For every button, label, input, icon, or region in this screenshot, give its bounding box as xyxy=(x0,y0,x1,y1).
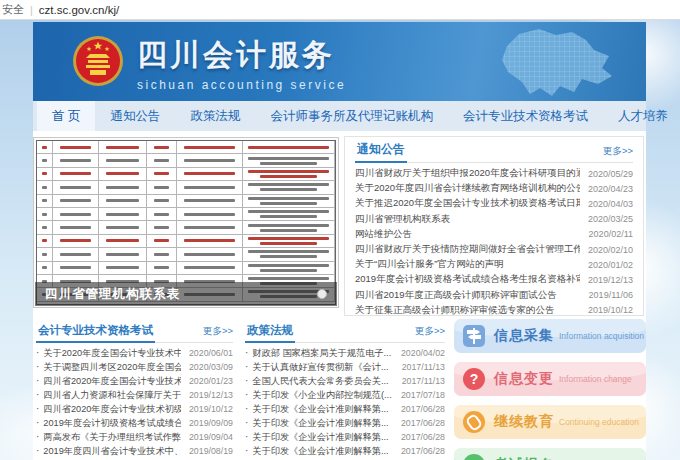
list-item[interactable]: ·四川省人力资源和社会保障厅关于公布...2019/12/13 xyxy=(36,388,233,402)
list-item[interactable]: 四川省财政厅关于疫情防控期间做好全省会计管理工作的公告2020/02/10 xyxy=(355,242,633,257)
notice-panel-title[interactable]: 通知公告 xyxy=(355,137,407,163)
list-item-title[interactable]: 关于征集正高级会计师职称评审候选专家的公告 xyxy=(355,304,580,317)
list-item[interactable]: ·关于印发《企业会计准则解释第...2017/06/28 xyxy=(245,444,445,458)
list-item[interactable]: ·关于调整四川考区2020年度全国会计...2020/03/09 xyxy=(36,360,233,374)
notice-more-link[interactable]: 更多>> xyxy=(603,145,633,162)
service-exam-registration[interactable]: 考试报名Examination registration xyxy=(454,448,646,460)
list-item-title[interactable]: 关于调整四川考区2020年度全国会计... xyxy=(43,361,181,374)
list-item-title[interactable]: 关于印发《小企业内部控制规范(... xyxy=(252,389,393,402)
table-cell-decoration xyxy=(243,248,335,261)
table-cell-decoration xyxy=(99,208,147,221)
bullet-icon: · xyxy=(36,376,39,386)
list-item[interactable]: 关于“四川会计服务”官方网站的声明2020/01/02 xyxy=(355,257,633,272)
list-item[interactable]: ·财政部 国家档案局关于规范电子...2020/04/02 xyxy=(245,346,445,360)
list-item-title[interactable]: 四川省2020年度全国会计专业技术中... xyxy=(43,375,181,388)
list-item[interactable]: ·2019年度四川省会计专业技术中、高...2019/08/19 xyxy=(36,444,233,458)
list-item-title[interactable]: 四川省管理机构联系表 xyxy=(355,213,580,226)
service-information-change[interactable]: ?信息变更Information change xyxy=(454,362,646,396)
list-item[interactable]: ·全国人民代表大会常务委员会关...2017/11/13 xyxy=(245,374,445,388)
site-subtitle: sichuan accounting service xyxy=(137,78,346,92)
table-cell-decoration xyxy=(243,195,335,208)
list-item[interactable]: ·关于印发《企业会计准则解释第...2017/06/28 xyxy=(245,416,445,430)
list-item-date: 2020/05/29 xyxy=(588,169,633,179)
list-item-title[interactable]: 2019年度会计初级资格考试成绩合格... xyxy=(43,417,181,430)
list-item[interactable]: 关于2020年度四川省会计继续教育网络培训机构的公告2020/04/23 xyxy=(355,181,633,196)
bullet-icon: · xyxy=(245,418,248,428)
list-item-date: 2020/01/02 xyxy=(588,260,633,270)
list-item-title[interactable]: 2019年度会计初级资格考试成绩合格考生报名资格补审核公告 xyxy=(355,273,580,286)
exam-more-link[interactable]: 更多>> xyxy=(203,325,233,342)
nav-item-5[interactable]: 人才培养 xyxy=(603,101,680,131)
carousel[interactable]: 四川省管理机构联系表 xyxy=(33,137,339,308)
list-item[interactable]: 关于推迟2020年度全国会计专业技术初级资格考试日期有关事...2020/04/… xyxy=(355,196,633,211)
mouse-icon xyxy=(463,411,485,433)
list-item[interactable]: ·关于印发《企业会计准则解释第...2017/06/28 xyxy=(245,402,445,416)
list-item-title[interactable]: 全国人民代表大会常务委员会关... xyxy=(252,375,393,388)
list-item[interactable]: ·关于印发《小企业内部控制规范(...2017/07/18 xyxy=(245,388,445,402)
address-url[interactable]: czt.sc.gov.cn/kj/ xyxy=(39,4,119,16)
list-item-title[interactable]: 四川省2020年度会计专业技术初级资... xyxy=(43,403,181,416)
exam-panel-title[interactable]: 会计专业技术资格考试 xyxy=(36,319,155,343)
table-cell-decoration xyxy=(147,208,177,221)
bullet-icon: · xyxy=(36,432,39,442)
list-item-title[interactable]: 财政部 国家档案局关于规范电子... xyxy=(252,347,393,360)
list-item[interactable]: ·2019年度会计初级资格考试成绩合格...2019/09/09 xyxy=(36,416,233,430)
list-item-title[interactable]: 关于2020年度四川省会计继续教育网络培训机构的公告 xyxy=(355,182,580,195)
list-item[interactable]: 2019年度会计初级资格考试成绩合格考生报名资格补审核公告2019/12/13 xyxy=(355,272,633,287)
carousel-indicator-dot[interactable] xyxy=(317,289,327,299)
list-item[interactable]: ·关于认真做好宣传贯彻新《会计...2017/11/13 xyxy=(245,360,445,374)
service-continuing-education[interactable]: 继续教育Continuing education xyxy=(454,405,646,439)
list-item-date: 2020/03/09 xyxy=(189,362,233,372)
table-cell-decoration xyxy=(37,181,53,194)
list-item-title[interactable]: 关于印发《企业会计准则解释第... xyxy=(252,431,393,444)
signpost-icon xyxy=(463,325,485,347)
list-item-date: 2019/11/06 xyxy=(589,290,633,300)
service-label-en: Information change xyxy=(559,374,632,384)
list-item-date: 2017/07/18 xyxy=(401,390,445,400)
list-item-title[interactable]: 关于2020年度全国会计专业技术中高... xyxy=(43,347,181,360)
list-item[interactable]: ·关于印发《企业会计准则解释第...2017/06/28 xyxy=(245,430,445,444)
table-cell-decoration xyxy=(99,262,147,275)
bullet-icon: · xyxy=(36,404,39,414)
list-item-title[interactable]: 四川省2019年度正高级会计师职称评审面试公告 xyxy=(355,289,581,302)
list-item-title[interactable]: 关于“四川会计服务”官方网站的声明 xyxy=(355,258,580,271)
table-cell-decoration xyxy=(243,181,335,194)
list-item[interactable]: 四川省财政厅关于组织申报2020年度会计科研项目的通知2020/05/29 xyxy=(355,166,633,181)
table-cell-decoration xyxy=(243,262,335,275)
list-item-date: 2020/01/23 xyxy=(189,376,233,386)
list-item[interactable]: ·两高发布《关于办理组织考试作弊等刑...2019/09/04 xyxy=(36,430,233,444)
list-item[interactable]: 四川省2019年度正高级会计师职称评审面试公告2019/11/06 xyxy=(355,288,633,303)
list-item-title[interactable]: 四川省财政厅关于疫情防控期间做好全省会计管理工作的公告 xyxy=(355,243,580,256)
list-item-date: 2020/04/03 xyxy=(588,199,633,209)
list-item[interactable]: ·四川省2020年度全国会计专业技术中...2020/01/23 xyxy=(36,374,233,388)
table-cell-decoration xyxy=(243,154,335,167)
list-item-title[interactable]: 两高发布《关于办理组织考试作弊等刑... xyxy=(43,431,181,444)
list-item-title[interactable]: 关于认真做好宣传贯彻新《会计... xyxy=(252,361,393,374)
list-item-title[interactable]: 关于推迟2020年度全国会计专业技术初级资格考试日期有关事... xyxy=(355,197,580,210)
list-item-title[interactable]: 四川省财政厅关于组织申报2020年度会计科研项目的通知 xyxy=(355,167,580,180)
policy-more-link[interactable]: 更多>> xyxy=(415,325,445,342)
table-cell-decoration xyxy=(147,168,177,181)
list-item[interactable]: 网站维护公告2020/02/11 xyxy=(355,227,633,242)
list-item-title[interactable]: 关于印发《企业会计准则解释第... xyxy=(252,445,393,458)
service-information-acquisition[interactable]: 信息采集Information acquisition xyxy=(454,319,646,353)
nav-item-2[interactable]: 政策法规 xyxy=(175,101,255,131)
list-item[interactable]: ·关于2020年度全国会计专业技术中高...2020/06/01 xyxy=(36,346,233,360)
list-item-title[interactable]: 关于印发《企业会计准则解释第... xyxy=(252,403,393,416)
list-item[interactable]: ·四川省2020年度会计专业技术初级资...2019/10/12 xyxy=(36,402,233,416)
list-item[interactable]: 四川省管理机构联系表2020/03/25 xyxy=(355,212,633,227)
nav-item-3[interactable]: 会计师事务所及代理记账机构 xyxy=(255,101,448,131)
nav-item-0[interactable]: 首 页 xyxy=(37,101,95,131)
list-item-title[interactable]: 关于印发《企业会计准则解释第... xyxy=(252,417,393,430)
list-item-title[interactable]: 网站维护公告 xyxy=(355,228,581,241)
list-item[interactable]: 关于征集正高级会计师职称评审候选专家的公告2019/10/12 xyxy=(355,303,633,318)
exam-list: ·关于2020年度全国会计专业技术中高...2020/06/01·关于调整四川考… xyxy=(36,343,233,458)
nav-item-4[interactable]: 会计专业技术资格考试 xyxy=(448,101,603,131)
browser-address-bar[interactable]: 安全 | czt.sc.gov.cn/kj/ xyxy=(0,0,680,20)
nav-item-1[interactable]: 通知公告 xyxy=(95,101,175,131)
page: 安全 | czt.sc.gov.cn/kj/ 四川会计服务 xyxy=(0,0,680,460)
policy-panel-title[interactable]: 政策法规 xyxy=(245,319,295,343)
carousel-caption[interactable]: 四川省管理机构联系表 xyxy=(45,286,317,303)
list-item-title[interactable]: 2019年度四川省会计专业技术中、高... xyxy=(43,445,181,458)
list-item-title[interactable]: 四川省人力资源和社会保障厅关于公布... xyxy=(43,389,181,402)
